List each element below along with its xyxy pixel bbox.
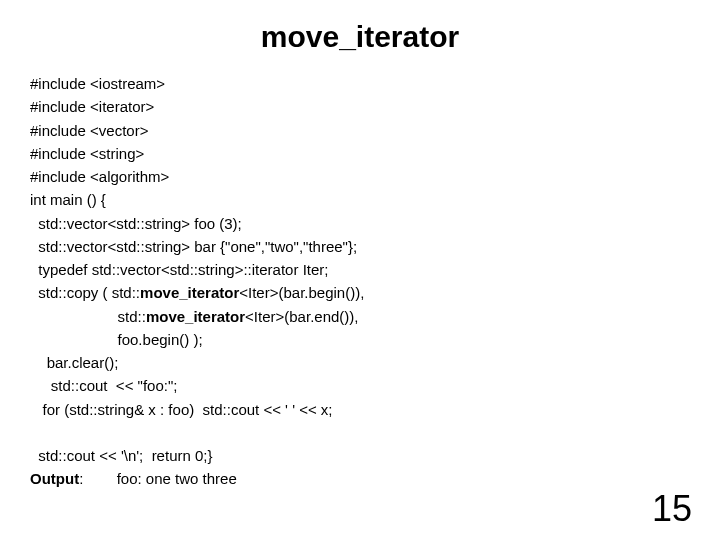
output-label: Output: [30, 470, 79, 487]
code-line: std::cout << '\n'; return 0;}: [30, 447, 213, 464]
code-text: std::: [30, 308, 146, 325]
page-number: 15: [652, 488, 692, 530]
code-text: <Iter>(bar.begin()),: [239, 284, 364, 301]
code-text: std::copy ( std::: [30, 284, 140, 301]
output-line: Output: foo: one two three: [30, 470, 237, 487]
code-line: int main () {: [30, 191, 106, 208]
code-line: #include <iterator>: [30, 98, 154, 115]
code-line: for (std::string& x : foo) std::cout << …: [30, 401, 333, 418]
code-line: #include <iostream>: [30, 75, 165, 92]
slide-title: move_iterator: [30, 20, 690, 54]
code-line: std::copy ( std::move_iterator<Iter>(bar…: [30, 284, 364, 301]
code-text: <Iter>(bar.end()),: [245, 308, 358, 325]
code-line: std::cout << "foo:";: [30, 377, 177, 394]
code-bold: move_iterator: [146, 308, 245, 325]
slide: move_iterator #include <iostream> #inclu…: [0, 0, 720, 540]
code-line: #include <string>: [30, 145, 144, 162]
code-line: typedef std::vector<std::string>::iterat…: [30, 261, 328, 278]
code-line: bar.clear();: [30, 354, 118, 371]
code-line: std::vector<std::string> bar {"one","two…: [30, 238, 357, 255]
code-line: #include <vector>: [30, 122, 148, 139]
code-line: #include <algorithm>: [30, 168, 169, 185]
code-line: std::move_iterator<Iter>(bar.end()),: [30, 308, 358, 325]
code-bold: move_iterator: [140, 284, 239, 301]
output-text: : foo: one two three: [79, 470, 237, 487]
code-line: foo.begin() );: [30, 331, 203, 348]
code-block: #include <iostream> #include <iterator> …: [30, 72, 690, 491]
code-line: std::vector<std::string> foo (3);: [30, 215, 242, 232]
